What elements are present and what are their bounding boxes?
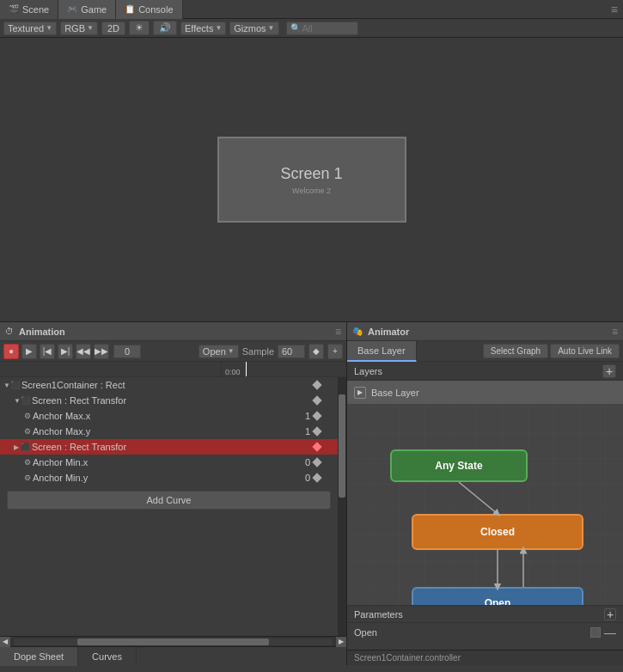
anchor-max-x-icon: ⚙ <box>24 412 31 420</box>
hierarchy-item-anchor-min-y[interactable]: ⚙ Anchor Min.y 0 <box>0 470 338 486</box>
rect1-label: Screen : Rect Transfor <box>32 395 126 406</box>
anchor-min-y-icon: ⚙ <box>24 473 31 482</box>
animation-clip-dropdown[interactable]: Open ▼ <box>199 345 239 358</box>
hierarchy-scrollbar[interactable] <box>338 377 346 636</box>
record-button[interactable]: ● <box>3 344 19 359</box>
anchor-max-y-value: 1 <box>305 426 310 437</box>
add-curve-button[interactable]: Add Curve <box>7 491 331 510</box>
record-icon: ● <box>9 346 14 356</box>
hierarchy-item-screen-rect2[interactable]: ▶ ⬛ Screen : Rect Transfor <box>0 439 338 455</box>
key-icon: ◆ <box>313 346 320 356</box>
add-keyframe-icon: + <box>333 346 338 356</box>
params-minus-button[interactable]: — <box>604 626 616 639</box>
bottom-panels: ⏱ Animation ≡ ● ▶ |◀ ▶| ◀◀ ▶▶ <box>0 321 623 665</box>
animation-clip-label: Open <box>203 346 226 357</box>
animation-time-input[interactable] <box>113 345 141 358</box>
timeline-scrollbar-track[interactable] <box>14 638 333 645</box>
tab-bar: 🎬 Scene 🎮 Game 📋 Console ≡ <box>0 0 623 19</box>
step-forward-button[interactable]: ▶| <box>58 344 73 359</box>
effects-label: Effects <box>185 23 213 34</box>
tab-scene[interactable]: 🎬 Scene <box>0 0 58 19</box>
any-state-node[interactable]: Any State <box>390 449 528 482</box>
tab-curves[interactable]: Curves <box>78 647 137 666</box>
animation-bottom-tabs: Dope Sheet Curves <box>0 646 346 665</box>
animation-panel: ⏱ Animation ≡ ● ▶ |◀ ▶| ◀◀ ▶▶ <box>0 322 347 665</box>
skip-back-button[interactable]: ◀◀ <box>76 344 91 359</box>
search-icon: 🔍 <box>290 23 301 33</box>
scene-viewport: Screen 1 Welcome 2 <box>0 38 623 321</box>
auto-live-link-button[interactable]: Auto Live Link <box>550 344 620 358</box>
base-layer-tab-label: Base Layer <box>357 345 406 356</box>
hierarchy-item-anchor-max-y[interactable]: ⚙ Anchor Max.y 1 <box>0 424 338 439</box>
anchor-max-y-icon: ⚙ <box>24 427 31 436</box>
layers-add-button[interactable]: + <box>602 364 616 378</box>
sample-value-input[interactable] <box>278 345 305 358</box>
hierarchy-item-anchor-max-x[interactable]: ⚙ Anchor Max.x 1 <box>0 408 338 424</box>
anchor-max-x-value: 1 <box>305 411 310 421</box>
animation-panel-icon: ⏱ <box>5 327 14 336</box>
open-state-node[interactable]: Open <box>412 587 583 605</box>
closed-state-node[interactable]: Closed <box>412 514 583 550</box>
tab-game[interactable]: 🎮 Game <box>58 0 116 19</box>
closed-state-label: Closed <box>480 526 515 538</box>
animation-clip-arrow: ▼ <box>228 347 235 355</box>
status-text: Screen1Container.controller <box>354 653 461 663</box>
game-tab-label: Game <box>81 4 107 15</box>
gizmos-dropdown[interactable]: Gizmos ▼ <box>229 21 278 35</box>
animator-panel-title: Animator <box>368 327 409 337</box>
key-button[interactable]: ◆ <box>308 344 324 359</box>
dope-sheet-label: Dope Sheet <box>14 651 64 662</box>
animator-viewport[interactable]: ▶ Base Layer Any State Closed Open <box>347 381 623 605</box>
anchor-min-x-icon: ⚙ <box>24 458 31 467</box>
select-graph-button[interactable]: Select Graph <box>483 344 548 358</box>
any-state-label: Any State <box>435 460 482 472</box>
open-state-label: Open <box>485 597 511 605</box>
rect2-label: Screen : Rect Transfor <box>32 442 126 452</box>
svg-line-0 <box>459 482 498 514</box>
effects-dropdown[interactable]: Effects ▼ <box>180 21 226 35</box>
screen-preview: Screen 1 Welcome 2 <box>217 137 406 223</box>
hierarchy-scrollbar-thumb[interactable] <box>339 394 345 498</box>
skip-forward-button[interactable]: ▶▶ <box>94 344 109 359</box>
params-open-checkbox[interactable] <box>590 627 601 638</box>
play-button[interactable]: ▶ <box>21 344 37 359</box>
parameters-area: Parameters + Open — <box>347 605 623 650</box>
gizmos-label: Gizmos <box>234 23 266 34</box>
timeline-scroll-left[interactable]: ◀ <box>0 637 10 647</box>
animator-panel-menu[interactable]: ≡ <box>612 326 618 338</box>
anchor-max-y-label: Anchor Max.y <box>33 426 90 437</box>
console-tab-label: Console <box>138 4 173 15</box>
animation-panel-title: Animation <box>19 327 65 337</box>
layer-play-button[interactable]: ▶ <box>354 387 366 399</box>
step-back-button[interactable]: |◀ <box>40 344 55 359</box>
layer-strip-label: Base Layer <box>371 388 419 398</box>
scene-tab-label: Scene <box>22 4 49 15</box>
rgb-dropdown[interactable]: RGB ▼ <box>60 21 98 35</box>
hierarchy-item-screen1container[interactable]: ▼ ⬛ Screen1Container : Rect <box>0 377 338 393</box>
hierarchy-item-screen-rect1[interactable]: ▼ ⬛ Screen : Rect Transfor <box>0 393 338 408</box>
add-keyframe-button[interactable]: + <box>327 344 343 359</box>
timeline-scrollbar-thumb[interactable] <box>77 638 269 645</box>
twod-button[interactable]: 2D <box>101 21 125 35</box>
params-add-button[interactable]: + <box>604 608 616 620</box>
sun-button[interactable]: ☀ <box>129 21 150 35</box>
animation-panel-menu[interactable]: ≡ <box>335 326 341 338</box>
textured-dropdown[interactable]: Textured ▼ <box>3 21 57 35</box>
layer-strip: ▶ Base Layer <box>347 381 623 405</box>
textured-dropdown-arrow: ▼ <box>46 24 52 32</box>
tab-dope-sheet[interactable]: Dope Sheet <box>0 647 78 666</box>
viewport-toolbar: Textured ▼ RGB ▼ 2D ☀ 🔊 Effects ▼ Gizmos… <box>0 19 623 38</box>
hierarchy-item-anchor-min-x[interactable]: ⚙ Anchor Min.x 0 <box>0 455 338 470</box>
expand-arrow-rect2: ▶ <box>14 443 21 451</box>
audio-button[interactable]: 🔊 <box>153 21 177 35</box>
tab-console[interactable]: 📋 Console <box>116 0 182 19</box>
timeline-scroll-right[interactable]: ▶ <box>336 637 346 647</box>
step-back-icon: |◀ <box>43 346 52 356</box>
play-icon: ▶ <box>26 346 33 356</box>
screen-preview-sublabel: Welcome 2 <box>292 186 331 195</box>
rect1-icon: ⬛ <box>21 396 30 405</box>
tab-overflow[interactable]: ≡ <box>606 3 623 16</box>
tab-base-layer[interactable]: Base Layer <box>347 341 417 362</box>
step-forward-icon: ▶| <box>61 346 70 356</box>
search-input[interactable] <box>302 23 354 34</box>
